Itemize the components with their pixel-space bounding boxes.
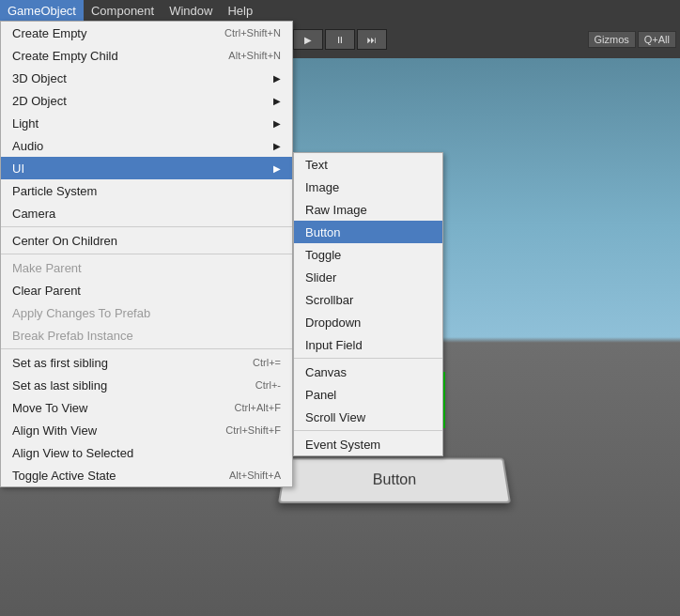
- menu-3d-object-arrow: ▶: [273, 73, 281, 84]
- submenu-image-label: Image: [305, 180, 339, 194]
- menu-camera-label: Camera: [12, 207, 55, 221]
- menu-toggle-active-label: Toggle Active State: [12, 469, 116, 483]
- menu-clear-parent[interactable]: Clear Parent: [1, 279, 292, 301]
- gizmos-button[interactable]: Gizmos: [588, 31, 636, 48]
- qall-button[interactable]: Q+All: [638, 31, 676, 48]
- menu-gameobject[interactable]: GameObject: [0, 0, 84, 21]
- menu-toggle-active[interactable]: Toggle Active State Alt+Shift+A: [1, 464, 292, 486]
- toolbar-right: Gizmos Q+All: [588, 31, 677, 48]
- menu-2d-object[interactable]: 2D Object ▶: [1, 89, 292, 112]
- submenu-dropdown[interactable]: Dropdown: [294, 311, 442, 333]
- submenu-scroll-view-label: Scroll View: [305, 410, 365, 424]
- separator-1: [1, 226, 292, 227]
- submenu-raw-image-label: Raw Image: [305, 203, 367, 217]
- menu-camera[interactable]: Camera: [1, 202, 292, 224]
- menu-3d-object[interactable]: 3D Object ▶: [1, 67, 292, 89]
- menu-light[interactable]: Light ▶: [1, 112, 292, 134]
- menu-2d-object-arrow: ▶: [273, 96, 281, 106]
- menu-create-empty[interactable]: Create Empty Ctrl+Shift+N: [1, 22, 292, 44]
- sub-separator-2: [294, 430, 442, 431]
- separator-3: [1, 348, 292, 349]
- menu-set-first-sibling-shortcut: Ctrl+=: [253, 357, 281, 368]
- menu-create-empty-child[interactable]: Create Empty Child Alt+Shift+N: [1, 44, 292, 67]
- menu-create-empty-child-label: Create Empty Child: [12, 49, 118, 63]
- step-button[interactable]: ⏭: [357, 29, 387, 50]
- menu-break-prefab: Break Prefab Instance: [1, 324, 292, 346]
- play-button[interactable]: ▶: [293, 29, 323, 50]
- submenu-panel[interactable]: Panel: [294, 383, 442, 406]
- scene-button-object: Button: [278, 458, 511, 503]
- menu-audio[interactable]: Audio ▶: [1, 134, 292, 157]
- submenu-dropdown-label: Dropdown: [305, 316, 361, 330]
- menu-create-empty-label: Create Empty: [12, 26, 86, 40]
- menu-set-last-sibling-shortcut: Ctrl+-: [255, 379, 281, 391]
- menu-align-view-selected[interactable]: Align View to Selected: [1, 441, 292, 464]
- menu-component[interactable]: Component: [84, 0, 162, 21]
- main-menu: Create Empty Ctrl+Shift+N Create Empty C…: [0, 21, 293, 487]
- submenu-button[interactable]: Button: [294, 221, 442, 243]
- menu-3d-object-label: 3D Object: [12, 71, 67, 85]
- menu-audio-label: Audio: [12, 139, 43, 153]
- pause-button[interactable]: ⏸: [325, 29, 355, 50]
- submenu-slider-label: Slider: [305, 270, 336, 285]
- menu-make-parent-label: Make Parent: [12, 261, 82, 275]
- menu-particle-system-label: Particle System: [12, 184, 97, 198]
- menu-apply-changes: Apply Changes To Prefab: [1, 301, 292, 324]
- menu-ui[interactable]: UI ▶: [1, 157, 292, 179]
- submenu-input-field[interactable]: Input Field: [294, 333, 442, 356]
- menu-break-prefab-label: Break Prefab Instance: [12, 329, 133, 343]
- submenu-toggle-label: Toggle: [305, 248, 341, 262]
- submenu-panel-label: Panel: [305, 388, 336, 402]
- submenu-image[interactable]: Image: [294, 176, 442, 198]
- menu-apply-changes-label: Apply Changes To Prefab: [12, 306, 150, 320]
- menu-set-last-sibling[interactable]: Set as last sibling Ctrl+-: [1, 374, 292, 396]
- menu-light-arrow: ▶: [273, 118, 281, 129]
- menu-align-view-selected-label: Align View to Selected: [12, 446, 133, 460]
- menu-light-label: Light: [12, 116, 39, 131]
- menu-center-on-children[interactable]: Center On Children: [1, 229, 292, 252]
- submenu-toggle[interactable]: Toggle: [294, 243, 442, 266]
- menu-set-first-sibling-label: Set as first sibling: [12, 356, 108, 370]
- menu-set-first-sibling[interactable]: Set as first sibling Ctrl+=: [1, 351, 292, 374]
- submenu-canvas-label: Canvas: [305, 365, 347, 379]
- submenu-text[interactable]: Text: [294, 153, 442, 176]
- menu-align-with-view[interactable]: Align With View Ctrl+Shift+F: [1, 419, 292, 441]
- submenu-raw-image[interactable]: Raw Image: [294, 198, 442, 221]
- menu-move-to-view-shortcut: Ctrl+Alt+F: [234, 402, 281, 413]
- submenu-scrollbar-label: Scrollbar: [305, 293, 353, 307]
- menu-set-last-sibling-label: Set as last sibling: [12, 378, 107, 393]
- menu-particle-system[interactable]: Particle System: [1, 179, 292, 202]
- menu-make-parent: Make Parent: [1, 256, 292, 279]
- menu-toggle-active-shortcut: Alt+Shift+A: [229, 470, 281, 481]
- submenu-event-system[interactable]: Event System: [294, 433, 442, 455]
- menubar: GameObject Component Window Help: [0, 0, 680, 21]
- submenu-scroll-view[interactable]: Scroll View: [294, 406, 442, 428]
- submenu-slider[interactable]: Slider: [294, 266, 442, 288]
- menu-audio-arrow: ▶: [273, 141, 281, 151]
- separator-2: [1, 254, 292, 254]
- menu-create-empty-shortcut: Ctrl+Shift+N: [224, 27, 281, 38]
- submenu-scrollbar[interactable]: Scrollbar: [294, 288, 442, 311]
- menu-window[interactable]: Window: [162, 0, 220, 21]
- submenu-text-label: Text: [305, 158, 328, 172]
- menu-ui-arrow: ▶: [273, 163, 281, 174]
- menu-center-on-children-label: Center On Children: [12, 234, 117, 248]
- menu-align-with-view-shortcut: Ctrl+Shift+F: [225, 424, 281, 436]
- submenu-input-field-label: Input Field: [305, 338, 363, 352]
- menu-ui-label: UI: [12, 162, 24, 176]
- menu-align-with-view-label: Align With View: [12, 424, 97, 438]
- scene-button-label: Button: [373, 471, 417, 487]
- submenu-button-label: Button: [305, 225, 341, 239]
- menu-move-to-view-label: Move To View: [12, 401, 87, 415]
- submenu-canvas[interactable]: Canvas: [294, 361, 442, 383]
- menu-help[interactable]: Help: [220, 0, 260, 21]
- menu-2d-object-label: 2D Object: [12, 94, 67, 108]
- sub-separator-1: [294, 358, 442, 359]
- menu-move-to-view[interactable]: Move To View Ctrl+Alt+F: [1, 396, 292, 419]
- menu-create-empty-child-shortcut: Alt+Shift+N: [228, 50, 281, 61]
- menu-clear-parent-label: Clear Parent: [12, 284, 81, 298]
- submenu-event-system-label: Event System: [305, 438, 380, 452]
- sub-menu-ui: Text Image Raw Image Button Toggle Slide…: [293, 152, 443, 456]
